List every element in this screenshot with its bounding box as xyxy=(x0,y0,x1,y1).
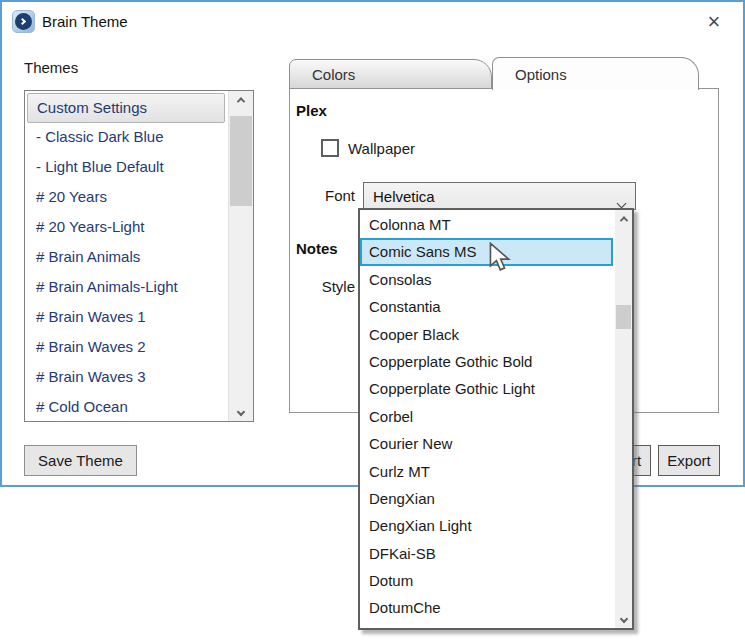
theme-list-item[interactable]: # Brain Waves 2 xyxy=(25,333,227,363)
theme-list-item[interactable]: # Brain Waves 3 xyxy=(25,363,227,393)
themes-scrollbar[interactable] xyxy=(228,91,253,421)
themes-listbox: Custom Settings- Classic Dark Blue- Ligh… xyxy=(24,90,254,422)
font-option[interactable]: Comic Sans MS xyxy=(360,238,613,265)
dropdown-scrollbar[interactable] xyxy=(615,210,632,628)
font-option[interactable]: Dotum xyxy=(360,567,613,594)
theme-list-item[interactable]: # 20 Years xyxy=(25,183,227,213)
font-option[interactable]: Corbel xyxy=(360,403,613,430)
save-theme-button[interactable]: Save Theme xyxy=(24,445,137,476)
font-option[interactable]: Courier New xyxy=(360,430,613,457)
export-button[interactable]: Export xyxy=(658,445,720,476)
notes-group-label: Notes xyxy=(296,240,338,257)
style-label: Style xyxy=(290,278,355,295)
tab-colors[interactable]: Colors xyxy=(289,59,492,89)
title-bar: Brain Theme × xyxy=(2,2,743,42)
theme-list-item[interactable]: # Brain Waves 1 xyxy=(25,303,227,333)
font-dropdown-list: Colonna MTComic Sans MSConsolasConstanti… xyxy=(360,211,613,628)
scroll-up-icon[interactable] xyxy=(229,91,253,109)
theme-list-item[interactable]: - Light Blue Default xyxy=(25,153,227,183)
scrollbar-thumb[interactable] xyxy=(230,116,252,206)
scrollbar-thumb[interactable] xyxy=(616,305,631,329)
font-option[interactable]: Constantia xyxy=(360,293,613,320)
scroll-down-icon[interactable] xyxy=(615,610,632,628)
font-label: Font xyxy=(290,187,355,204)
themes-label: Themes xyxy=(24,59,78,76)
font-option[interactable]: DengXian xyxy=(360,485,613,512)
theme-list-item[interactable]: # Brain Animals-Light xyxy=(25,273,227,303)
plex-group-label: Plex xyxy=(296,102,327,119)
font-option[interactable]: Curlz MT xyxy=(360,458,613,485)
wallpaper-checkbox-label[interactable]: Wallpaper xyxy=(348,140,415,157)
font-option[interactable]: Copperplate Gothic Bold xyxy=(360,348,613,375)
theme-list-item[interactable]: Custom Settings xyxy=(27,93,225,123)
screen: Brain Theme × Themes Custom Settings- Cl… xyxy=(0,0,745,644)
theme-list-item[interactable]: # Brain Animals xyxy=(25,243,227,273)
wallpaper-checkbox[interactable] xyxy=(321,139,339,157)
themes-list: Custom Settings- Classic Dark Blue- Ligh… xyxy=(25,91,227,421)
font-option[interactable]: DotumChe xyxy=(360,594,613,621)
app-icon xyxy=(12,10,35,33)
scroll-down-icon[interactable] xyxy=(229,403,253,421)
font-option[interactable]: Ebrima xyxy=(360,622,613,628)
theme-list-item[interactable]: # Cold Ocean xyxy=(25,393,227,422)
theme-list-item[interactable]: # 20 Years-Light xyxy=(25,213,227,243)
window-title: Brain Theme xyxy=(42,13,128,30)
font-option[interactable]: DFKai-SB xyxy=(360,540,613,567)
font-option[interactable]: Colonna MT xyxy=(360,211,613,238)
font-option[interactable]: DengXian Light xyxy=(360,512,613,539)
close-icon[interactable]: × xyxy=(699,8,729,38)
theme-list-item[interactable]: - Classic Dark Blue xyxy=(25,123,227,153)
font-option[interactable]: Consolas xyxy=(360,266,613,293)
font-combobox[interactable]: Helvetica xyxy=(363,182,636,210)
scroll-up-icon[interactable] xyxy=(615,210,632,228)
font-option[interactable]: Cooper Black xyxy=(360,321,613,348)
font-option[interactable]: Copperplate Gothic Light xyxy=(360,375,613,402)
mouse-cursor-icon xyxy=(489,242,511,276)
font-combobox-value: Helvetica xyxy=(373,188,435,205)
tab-options[interactable]: Options xyxy=(492,57,699,90)
